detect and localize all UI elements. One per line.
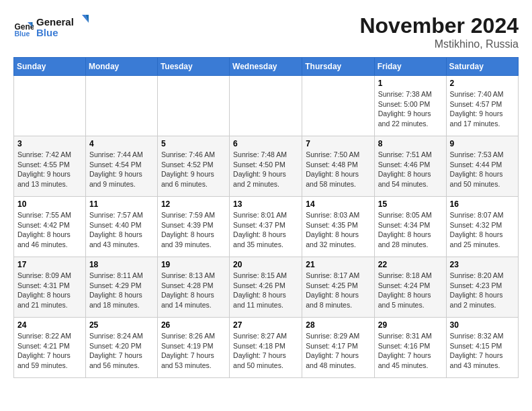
day-number: 4	[89, 139, 154, 148]
day-info: Sunrise: 8:07 AM Sunset: 4:32 PM Dayligh…	[450, 210, 515, 250]
logo-icon: General Blue	[13, 18, 34, 38]
calendar-day-23: 23Sunrise: 8:20 AM Sunset: 4:23 PM Dayli…	[446, 257, 518, 318]
weekday-header-row: SundayMondayTuesdayWednesdayThursdayFrid…	[14, 58, 519, 76]
day-info: Sunrise: 8:32 AM Sunset: 4:15 PM Dayligh…	[450, 331, 515, 371]
calendar-week-row: 3Sunrise: 7:42 AM Sunset: 4:55 PM Daylig…	[14, 136, 519, 197]
calendar-day-24: 24Sunrise: 8:22 AM Sunset: 4:21 PM Dayli…	[14, 318, 86, 378]
day-number: 1	[378, 79, 443, 88]
day-info: Sunrise: 8:29 AM Sunset: 4:17 PM Dayligh…	[306, 331, 370, 371]
calendar-day-10: 10Sunrise: 7:55 AM Sunset: 4:42 PM Dayli…	[14, 197, 86, 257]
day-info: Sunrise: 8:05 AM Sunset: 4:34 PM Dayligh…	[378, 210, 443, 250]
month-title: November 2024	[359, 13, 519, 38]
day-number: 8	[378, 139, 443, 148]
day-number: 20	[233, 260, 298, 269]
day-info: Sunrise: 8:17 AM Sunset: 4:25 PM Dayligh…	[306, 271, 370, 310]
svg-text:Blue: Blue	[15, 30, 30, 38]
svg-text:General: General	[36, 16, 74, 28]
calendar-day-26: 26Sunrise: 8:26 AM Sunset: 4:19 PM Dayli…	[157, 318, 229, 378]
day-info: Sunrise: 7:55 AM Sunset: 4:42 PM Dayligh…	[17, 210, 82, 250]
calendar-day-21: 21Sunrise: 8:17 AM Sunset: 4:25 PM Dayli…	[302, 257, 374, 318]
day-number: 19	[161, 260, 226, 269]
calendar-day-16: 16Sunrise: 8:07 AM Sunset: 4:32 PM Dayli…	[446, 197, 518, 257]
weekday-header-sunday: Sunday	[14, 58, 86, 76]
weekday-header-friday: Friday	[374, 58, 446, 76]
location-title: Mstikhino, Russia	[359, 38, 519, 50]
day-info: Sunrise: 7:57 AM Sunset: 4:40 PM Dayligh…	[89, 210, 154, 250]
day-number: 3	[17, 139, 82, 148]
calendar-day-11: 11Sunrise: 7:57 AM Sunset: 4:40 PM Dayli…	[85, 197, 157, 257]
calendar-day-9: 9Sunrise: 7:53 AM Sunset: 4:44 PM Daylig…	[446, 136, 518, 197]
day-info: Sunrise: 8:26 AM Sunset: 4:19 PM Dayligh…	[161, 331, 226, 371]
calendar-day-13: 13Sunrise: 8:01 AM Sunset: 4:37 PM Dayli…	[230, 197, 302, 257]
header: General Blue General Blue November 2024 …	[13, 13, 519, 50]
day-number: 25	[89, 320, 154, 330]
day-number: 11	[89, 199, 154, 209]
calendar-day-2: 2Sunrise: 7:40 AM Sunset: 4:57 PM Daylig…	[446, 76, 518, 136]
day-info: Sunrise: 7:48 AM Sunset: 4:50 PM Dayligh…	[233, 150, 298, 189]
calendar-day-18: 18Sunrise: 8:11 AM Sunset: 4:29 PM Dayli…	[85, 257, 157, 318]
logo-graphic: General Blue	[36, 13, 90, 40]
calendar-day-4: 4Sunrise: 7:44 AM Sunset: 4:54 PM Daylig…	[85, 136, 157, 197]
day-info: Sunrise: 8:13 AM Sunset: 4:28 PM Dayligh…	[161, 271, 226, 310]
calendar-day-empty	[14, 76, 86, 136]
calendar-day-empty	[302, 76, 374, 136]
day-info: Sunrise: 7:46 AM Sunset: 4:52 PM Dayligh…	[161, 150, 226, 189]
day-info: Sunrise: 7:50 AM Sunset: 4:48 PM Dayligh…	[306, 150, 370, 189]
day-info: Sunrise: 8:18 AM Sunset: 4:24 PM Dayligh…	[378, 271, 443, 310]
calendar-day-12: 12Sunrise: 7:59 AM Sunset: 4:39 PM Dayli…	[157, 197, 229, 257]
calendar-day-empty	[230, 76, 302, 136]
day-number: 16	[450, 199, 515, 209]
day-info: Sunrise: 8:01 AM Sunset: 4:37 PM Dayligh…	[233, 210, 298, 250]
day-info: Sunrise: 8:27 AM Sunset: 4:18 PM Dayligh…	[233, 331, 298, 371]
calendar-day-8: 8Sunrise: 7:51 AM Sunset: 4:46 PM Daylig…	[374, 136, 446, 197]
calendar-day-20: 20Sunrise: 8:15 AM Sunset: 4:26 PM Dayli…	[230, 257, 302, 318]
calendar-day-empty	[85, 76, 157, 136]
calendar-day-3: 3Sunrise: 7:42 AM Sunset: 4:55 PM Daylig…	[14, 136, 86, 197]
day-info: Sunrise: 8:15 AM Sunset: 4:26 PM Dayligh…	[233, 271, 298, 310]
day-number: 2	[450, 79, 515, 88]
day-number: 23	[450, 260, 515, 269]
day-number: 30	[450, 320, 515, 330]
calendar-day-1: 1Sunrise: 7:38 AM Sunset: 5:00 PM Daylig…	[374, 76, 446, 136]
day-number: 7	[306, 139, 370, 148]
calendar-day-17: 17Sunrise: 8:09 AM Sunset: 4:31 PM Dayli…	[14, 257, 86, 318]
day-number: 9	[450, 139, 515, 148]
weekday-header-tuesday: Tuesday	[157, 58, 229, 76]
day-info: Sunrise: 8:22 AM Sunset: 4:21 PM Dayligh…	[17, 331, 82, 371]
day-info: Sunrise: 7:53 AM Sunset: 4:44 PM Dayligh…	[450, 150, 515, 189]
calendar-week-row: 17Sunrise: 8:09 AM Sunset: 4:31 PM Dayli…	[14, 257, 519, 318]
svg-text:Blue: Blue	[36, 27, 58, 38]
calendar-day-19: 19Sunrise: 8:13 AM Sunset: 4:28 PM Dayli…	[157, 257, 229, 318]
day-number: 6	[233, 139, 298, 148]
day-number: 14	[306, 199, 370, 209]
calendar-day-14: 14Sunrise: 8:03 AM Sunset: 4:35 PM Dayli…	[302, 197, 374, 257]
day-info: Sunrise: 7:51 AM Sunset: 4:46 PM Dayligh…	[378, 150, 443, 189]
calendar-day-25: 25Sunrise: 8:24 AM Sunset: 4:20 PM Dayli…	[85, 318, 157, 378]
day-info: Sunrise: 8:11 AM Sunset: 4:29 PM Dayligh…	[89, 271, 154, 310]
day-number: 28	[306, 320, 370, 330]
calendar-day-7: 7Sunrise: 7:50 AM Sunset: 4:48 PM Daylig…	[302, 136, 374, 197]
calendar-table: SundayMondayTuesdayWednesdayThursdayFrid…	[13, 57, 519, 378]
day-info: Sunrise: 8:09 AM Sunset: 4:31 PM Dayligh…	[17, 271, 82, 310]
day-number: 22	[378, 260, 443, 269]
day-number: 29	[378, 320, 443, 330]
day-number: 15	[378, 199, 443, 209]
calendar-week-row: 1Sunrise: 7:38 AM Sunset: 5:00 PM Daylig…	[14, 76, 519, 136]
day-number: 13	[233, 199, 298, 209]
calendar-day-empty	[157, 76, 229, 136]
day-number: 27	[233, 320, 298, 330]
title-area: November 2024 Mstikhino, Russia	[359, 13, 519, 50]
day-info: Sunrise: 8:31 AM Sunset: 4:16 PM Dayligh…	[378, 331, 443, 371]
day-number: 24	[17, 320, 82, 330]
calendar-day-15: 15Sunrise: 8:05 AM Sunset: 4:34 PM Dayli…	[374, 197, 446, 257]
day-info: Sunrise: 7:44 AM Sunset: 4:54 PM Dayligh…	[89, 150, 154, 189]
calendar-week-row: 24Sunrise: 8:22 AM Sunset: 4:21 PM Dayli…	[14, 318, 519, 378]
calendar-day-29: 29Sunrise: 8:31 AM Sunset: 4:16 PM Dayli…	[374, 318, 446, 378]
day-info: Sunrise: 8:20 AM Sunset: 4:23 PM Dayligh…	[450, 271, 515, 310]
weekday-header-thursday: Thursday	[302, 58, 374, 76]
day-info: Sunrise: 7:59 AM Sunset: 4:39 PM Dayligh…	[161, 210, 226, 250]
day-number: 26	[161, 320, 226, 330]
day-info: Sunrise: 8:24 AM Sunset: 4:20 PM Dayligh…	[89, 331, 154, 371]
weekday-header-wednesday: Wednesday	[230, 58, 302, 76]
day-number: 18	[89, 260, 154, 269]
